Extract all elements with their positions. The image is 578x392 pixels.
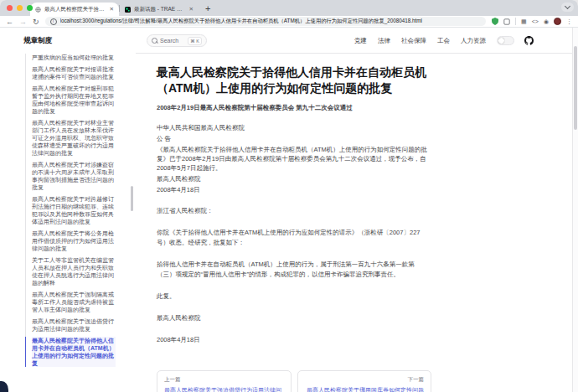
article-pager: 上一篇 最高人民检察院关于强迫借贷行为适用法律问题的批复 下一篇 最高人民检察院…	[157, 370, 431, 392]
box-extension-icon[interactable]	[503, 18, 510, 25]
article-paragraph: 2008年4月18日	[157, 335, 431, 345]
fullscreen-window-button[interactable]	[27, 5, 33, 11]
sidebar-item[interactable]: 最高人民检察院关于强迫借贷行为适用法律问题的批复	[32, 317, 116, 333]
article-paragraph: 2008年4月18日	[157, 185, 431, 194]
browser-window: 最高人民检察院关于拾得他人信用卡并在自动柜员机（ATM机）上使用的行为如何定性问…	[0, 0, 578, 392]
sidebar-item[interactable]: 最高人民检察院关于强制隔离戒毒所工作人员能否成为虐待被监管人罪主体问题的批复	[32, 291, 116, 313]
nav-link-renliziyuan[interactable]: 人力资源	[461, 37, 486, 45]
search-icon	[152, 38, 157, 44]
toggle-knob-icon	[498, 38, 504, 44]
tab-inactive[interactable]: 最新话题 - TRAE 官方中文社区 ✕	[120, 3, 199, 16]
search-input[interactable]: Search ⌘ K	[147, 34, 207, 47]
nav-link-falv[interactable]: 法律	[378, 37, 390, 45]
tab-close-icon[interactable]: ✕	[189, 6, 194, 13]
sidebar-item[interactable]: 关于工人等非监管机关在编监管人员私放在押人员行为和失职致使在押人员脱逃行为适用法…	[32, 256, 116, 286]
sidebar-item[interactable]: 最高人民检察院关于对林业主管部门工作人员在发放林木采伐许可证之外滥用职权、玩忽职…	[32, 119, 116, 157]
nav-link-gonghui[interactable]: 工会	[437, 37, 450, 45]
sidebar-section-title: 规章制度	[0, 36, 136, 46]
url-text: localhost:3000/regulations/法律/司法解释/最高人民检…	[60, 18, 482, 25]
article-paragraph: 《最高人民检察院关于拾得他人信用卡并在自动柜员机（ATM机）上使用的行为如何定性…	[157, 145, 431, 173]
page-scrollbar[interactable]	[572, 28, 578, 392]
article-paragraph: 拾得他人信用卡并在自动柜员机（ATM机）上使用的行为，属于刑法第一百九十六条第一…	[157, 260, 431, 280]
article-paragraph: 最高人民检察院	[157, 313, 431, 323]
sidebar-item[interactable]: 最高人民检察院关于将公务用枪用作借债质押的行为如何适用法律问题的批复	[32, 230, 116, 252]
github-link[interactable]	[524, 36, 534, 45]
github-icon	[524, 36, 534, 45]
article-title: 最高人民检察院关于拾得他人信用卡并在自动柜员机（ATM机）上使用的行为如何定性问…	[157, 64, 431, 96]
window-controls	[7, 5, 33, 11]
article-paragraph: 浙江省人民检察院：	[157, 206, 431, 216]
sidebar-item-active[interactable]: 最高人民检察院关于拾得他人信用卡并在自动柜员机（ATM机）上使用的行为如何定性问…	[32, 337, 116, 367]
code-extension-icon[interactable]: <>	[532, 18, 539, 26]
article-paragraph: 你院《关于拾得他人信用卡并在ATM机上使用的行为应如何定性的请示》（浙检研〔20…	[157, 228, 431, 248]
sidebar-item[interactable]: 最高人民检察院关于对报请批准逮捕的案件可否侦查问题的批复	[32, 65, 116, 80]
article-paragraph: 公 告	[157, 134, 431, 143]
tab-search-button[interactable]	[561, 3, 574, 12]
sidebar-item[interactable]: 期间犯罪嫌疑人患有精神病或 严重疾病的应当如何处理的批复	[32, 54, 116, 61]
prev-article-card[interactable]: 上一篇 最高人民检察院关于强迫借贷行为适用法律问题的批复	[157, 370, 292, 392]
nav-link-shehuibaozhang[interactable]: 社会保障	[401, 37, 426, 45]
chevron-down-icon	[565, 3, 570, 9]
close-window-button[interactable]	[7, 5, 13, 11]
search-placeholder: Search	[160, 38, 178, 44]
forward-button[interactable]: →	[19, 17, 27, 27]
tab-active[interactable]: 最高人民检察院关于拾得他人信用卡并在自动柜员机（ATM机）上使用的行为如何定性问…	[30, 3, 119, 16]
next-article-link: 最高人民检察院关于挪用国库券如何定性问题的批复	[305, 386, 425, 392]
minimize-window-button[interactable]	[17, 5, 23, 11]
next-article-card[interactable]: 下一篇 最高人民检察院关于挪用国库券如何定性问题的批复	[297, 370, 432, 392]
theme-toggle[interactable]	[497, 36, 514, 45]
address-bar[interactable]: i localhost:3000/regulations/法律/司法解释/最高人…	[45, 17, 487, 26]
article-paragraph: 此复。	[157, 291, 431, 302]
back-button[interactable]: ←	[6, 17, 13, 27]
site-info-icon[interactable]: i	[50, 18, 57, 25]
globe-favicon-icon	[35, 7, 41, 13]
trae-favicon-icon	[125, 7, 131, 13]
next-label: 下一篇	[305, 376, 425, 384]
toolbar-divider	[515, 18, 516, 25]
tab-strip: 最高人民检察院关于拾得他人信用卡并在自动柜员机（ATM机）上使用的行为如何定性问…	[0, 0, 578, 16]
sidebar-item[interactable]: 最高人民检察院关于对跨越修订刑法施行日期的继续犯罪、连续犯罪以及其他同种数罪应如…	[32, 195, 116, 225]
profile-avatar[interactable]	[554, 18, 561, 25]
article-paragraph: 中华人民共和国最高人民检察院	[157, 123, 431, 132]
article-paragraph: 最高人民检察院	[157, 174, 431, 183]
tab-title: 最新话题 - TRAE 官方中文社区	[134, 6, 186, 13]
prev-label: 上一篇	[164, 376, 284, 384]
article: 最高人民检察院关于拾得他人信用卡并在自动柜员机（ATM机）上使用的行为如何定性问…	[157, 64, 431, 392]
new-tab-button[interactable]: +	[205, 3, 210, 14]
sidebar-list: 期间犯罪嫌疑人患有精神病或 严重疾病的应当如何处理的批复 最高人民检察院关于对报…	[25, 54, 116, 367]
reload-button[interactable]: ↻	[33, 17, 39, 27]
keys-extension-icon[interactable]: ◉	[544, 18, 549, 26]
sidebar-scrollbar-thumb[interactable]	[131, 186, 133, 211]
nav-link-dangjian[interactable]: 党建	[354, 37, 367, 45]
sidebar: 期间犯罪嫌疑人患有精神病或 严重疾病的应当如何处理的批复 最高人民检察院关于对报…	[0, 54, 136, 392]
site-nav: 党建 法律 社会保障 工会 人力资源	[354, 37, 486, 45]
tab-title: 最高人民检察院关于拾得他人信用卡并在自动柜员机（ATM机）上使用的行为如何定性问…	[44, 6, 106, 13]
tab-close-icon[interactable]: ✕	[110, 6, 114, 13]
page-scrollbar-thumb[interactable]	[574, 46, 577, 130]
main-content: 最高人民检察院关于拾得他人信用卡并在自动柜员机（ATM机）上使用的行为如何定性问…	[136, 54, 572, 392]
search-shortcut-badge: ⌘ K	[188, 37, 202, 45]
sidebar-item[interactable]: 最高人民检察院关于对服刑罪犯暂予监外执行期间在异地又犯罪应由何地检察院受理审查起…	[32, 85, 116, 115]
article-meta: 2008年2月19日最高人民检察院第十届检察委员会 第九十二次会议通过	[157, 104, 431, 112]
sidebar-item-label: 严重疾病的应当如何处理的批复	[32, 54, 116, 61]
browser-toolbar: ← → ↻ i localhost:3000/regulations/法律/司法…	[0, 16, 578, 28]
pinned-extension-icon[interactable]: ▦	[521, 18, 527, 26]
shield-extension-icon[interactable]	[492, 18, 498, 25]
site-header: 规章制度 Search ⌘ K 党建 法律 社会保障 工会 人力资源	[0, 28, 572, 54]
prev-article-link: 最高人民检察院关于强迫借贷行为适用法律问题的批复	[164, 386, 284, 392]
toolbar-extensions: ▦ <> ◉ ⋮	[492, 18, 572, 26]
browser-menu-icon[interactable]: ⋮	[566, 18, 572, 26]
sidebar-item[interactable]: 最高人民检察院关于对涉嫌盗窃的不满十六周岁未成年人采取刑事拘留强制措施是否违法问…	[32, 161, 116, 191]
